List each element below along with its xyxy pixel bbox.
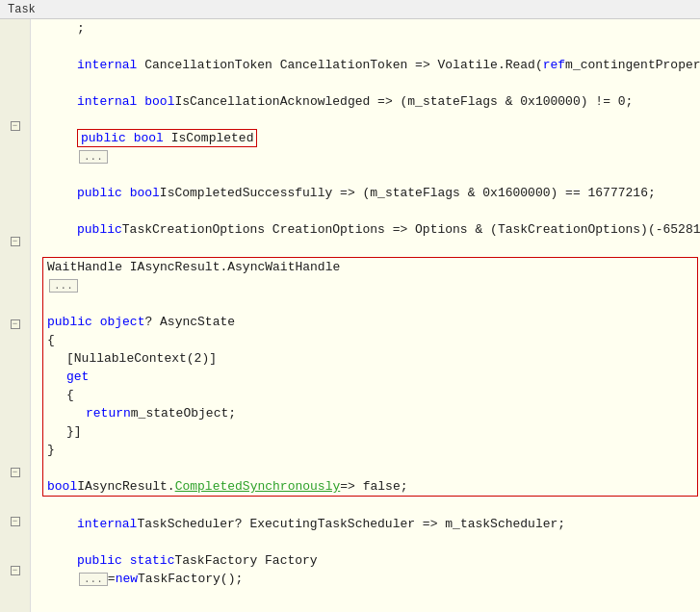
blank-8: [47, 459, 693, 477]
gutter-22: [0, 365, 30, 381]
gutter-27: [0, 447, 30, 464]
kw-bool-2: bool: [134, 131, 164, 145]
gutter-30: [0, 497, 30, 513]
gutter-32: [0, 529, 30, 546]
collapse-icon-completedevent[interactable]: −: [11, 566, 20, 575]
gutter-16: [0, 267, 30, 283]
gutter-29: [0, 480, 30, 497]
code-line-return: return m_stateObject;: [47, 404, 693, 422]
return-text: m_stateObject;: [131, 406, 236, 421]
kw-object: object: [100, 315, 145, 329]
ct-text2: m_contingentProperties)?.m_ca: [565, 58, 700, 72]
gutter: − − − − −: [0, 19, 31, 612]
code-line-factory: public static TaskFactory Factory: [39, 551, 700, 570]
kw-ref: ref: [543, 58, 565, 72]
gutter-2: [0, 36, 30, 52]
kw-bool-1: bool: [144, 94, 174, 109]
gutter-26: [0, 431, 30, 447]
gutter-24: [0, 398, 30, 415]
gutter-4: [0, 68, 30, 85]
code-line-brace3: }]: [47, 422, 693, 441]
gutter-collapse-iscompleted[interactable]: −: [0, 118, 30, 135]
gutter-1[interactable]: [0, 19, 30, 36]
dots-waithandle[interactable]: ...: [49, 279, 78, 293]
code-container: − − − − −: [0, 19, 700, 612]
blank-6: [39, 239, 700, 257]
false-text: => false;: [340, 479, 407, 494]
factory-assign: =: [108, 572, 116, 586]
gutter-collapse-factory[interactable]: −: [0, 464, 30, 480]
kw-public-3: public: [77, 222, 122, 237]
dots-iscompleted[interactable]: ...: [79, 150, 108, 164]
gutter-12: [0, 200, 30, 217]
ct-text: CancellationToken CancellationToken => V…: [144, 58, 542, 72]
gutter-13: [0, 217, 30, 233]
gutter-36: [0, 596, 30, 612]
gutter-8: [0, 135, 30, 151]
code-line-dots2: ...: [47, 276, 693, 294]
code-line-brace4: }: [47, 441, 693, 459]
gutter-collapse-completedevent[interactable]: −: [0, 563, 30, 579]
dots-factory[interactable]: ...: [79, 573, 108, 586]
gutter-20: [0, 332, 30, 348]
kw-public-4: public: [47, 315, 92, 329]
bracket-text: ]: [74, 424, 82, 439]
completedsync-text: CompletedSynchronously: [175, 479, 341, 494]
nullablecontext-text: [NullableContext(2)]: [66, 351, 217, 366]
iscancellation-text: IsCancellationAcknowledged => (m_stateFl…: [174, 94, 633, 109]
kw-new-1: new: [116, 572, 138, 586]
collapse-icon-completedtask[interactable]: −: [11, 517, 20, 526]
code-line-brace2: {: [47, 386, 693, 404]
code-line-dots1: ...: [39, 147, 700, 166]
creationoptions-text: TaskCreationOptions CreationOptions => O…: [122, 222, 700, 237]
code-line-get: get: [47, 368, 693, 386]
big-red-box: WaitHandle IAsyncResult.AsyncWaitHandle …: [42, 257, 698, 497]
code-line-iscompletedsuccessfully: public bool IsCompletedSuccessfully => (…: [39, 184, 700, 202]
blank-10: [39, 533, 700, 551]
taskscheduler-text: TaskScheduler? ExecutingTaskScheduler =>…: [137, 517, 565, 531]
code-line-brace1: {: [47, 331, 693, 349]
code-line-factory-dots: ... = new TaskFactory();: [39, 570, 700, 588]
kw-public-2: public: [77, 186, 122, 200]
gutter-collapse-completedtask[interactable]: −: [0, 513, 30, 529]
gutter-35: [0, 579, 30, 596]
code-area: ; internal CancellationToken Cancellatio…: [31, 19, 700, 612]
blank-4: [39, 166, 700, 184]
waithandle-text: WaitHandle IAsyncResult.AsyncWaitHandle: [47, 260, 340, 274]
window-title: Task: [8, 3, 36, 16]
gutter-5: [0, 85, 30, 101]
gutter-collapse-bigblock[interactable]: −: [0, 233, 30, 249]
collapse-icon-iscompleted[interactable]: −: [11, 121, 20, 131]
code-line-waithandle: WaitHandle IAsyncResult.AsyncWaitHandle: [47, 258, 693, 276]
factory-new: TaskFactory();: [138, 572, 243, 586]
gutter-18: [0, 299, 30, 316]
code-line-cancellationtoken: internal CancellationToken CancellationT…: [39, 56, 700, 74]
kw-bool-4: bool: [47, 479, 77, 494]
iscompleted-box: public bool IsCompleted: [77, 129, 257, 147]
gutter-9: [0, 151, 30, 167]
collapse-icon-bigblock[interactable]: −: [11, 237, 20, 246]
iscompleted-name: IsCompleted: [164, 131, 254, 145]
collapse-icon-factory[interactable]: −: [11, 468, 20, 477]
kw-get: get: [66, 370, 89, 384]
kw-static-1: static: [130, 553, 175, 568]
code-line-executingtaskscheduler: internal TaskScheduler? ExecutingTaskSch…: [39, 515, 700, 533]
iscompletedsuccessfully-text: IsCompletedSuccessfully => (m_stateFlags…: [160, 186, 656, 200]
code-line-asyncstate: public object? AsyncState: [47, 313, 693, 331]
factory-text: TaskFactory Factory: [174, 553, 317, 568]
collapse-icon-get[interactable]: −: [11, 319, 20, 329]
gutter-33: [0, 547, 30, 563]
blank-5: [39, 202, 700, 220]
gutter-3: [0, 52, 30, 68]
kw-return: return: [86, 406, 131, 421]
code-line-nullablecontext: [NullableContext(2)]: [47, 349, 693, 368]
blank-1: [39, 38, 700, 56]
asyncstate-text: ? AsyncState: [144, 315, 235, 329]
kw-internal-2: internal: [77, 94, 137, 109]
code-line-completedsync: bool IAsyncResult.CompletedSynchronously…: [47, 477, 693, 496]
gutter-collapse-get[interactable]: −: [0, 316, 30, 332]
iscompleted-text: [126, 131, 134, 145]
blank-7: [47, 294, 693, 313]
gutter-6: [0, 102, 30, 118]
gutter-10: [0, 167, 30, 184]
